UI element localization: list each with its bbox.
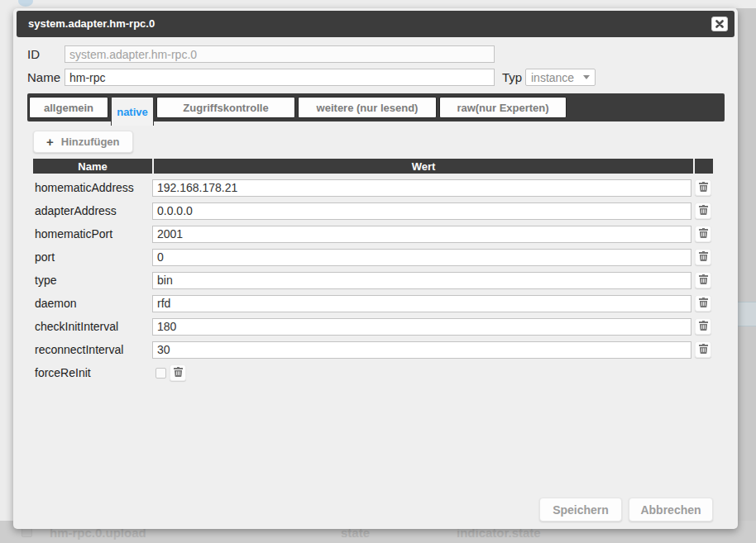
param-name: forceReInit xyxy=(33,366,152,379)
header-name: Name xyxy=(33,159,152,174)
table-row: type xyxy=(33,269,713,292)
dialog-title: system.adapter.hm-rpc.0 xyxy=(17,11,734,37)
param-input-homematicPort[interactable] xyxy=(152,226,691,243)
trash-icon xyxy=(699,228,708,241)
param-table-body: homematicAddressadapterAddresshomematicP… xyxy=(33,176,713,384)
tab-bar: allgemeinnativeZugriffskontrolleweitere … xyxy=(27,93,725,121)
add-row-label: Hinzufügen xyxy=(61,136,120,148)
object-edit-dialog: system.adapter.hm-rpc.0 ID Name Typ inst… xyxy=(13,8,738,529)
trash-icon xyxy=(699,182,708,194)
background-icon-fragment xyxy=(18,0,33,7)
delete-row-button[interactable] xyxy=(695,295,711,312)
background-selected-row xyxy=(736,302,756,326)
trash-icon xyxy=(699,298,708,310)
tab-raw-nur-experten[interactable]: raw(nur Experten) xyxy=(439,97,567,118)
table-row: homematicPort xyxy=(33,222,713,245)
delete-row-button[interactable] xyxy=(695,272,711,288)
trash-icon xyxy=(699,205,708,217)
table-row: forceReInit xyxy=(33,361,713,384)
param-input-type[interactable] xyxy=(152,272,691,289)
background-table-strip xyxy=(736,8,756,543)
table-row: daemon xyxy=(33,292,713,315)
param-name: daemon xyxy=(33,297,152,310)
delete-row-button[interactable] xyxy=(695,226,711,242)
tab-weitere-nur-lesend[interactable]: weitere (nur lesend) xyxy=(298,97,437,118)
title-bar: system.adapter.hm-rpc.0 xyxy=(17,11,734,37)
param-name: adapterAddress xyxy=(33,204,152,217)
table-row: homematicAddress xyxy=(33,176,713,199)
close-button[interactable] xyxy=(711,17,728,31)
param-input-daemon[interactable] xyxy=(152,295,691,312)
name-input[interactable] xyxy=(65,69,495,86)
param-name: homematicAddress xyxy=(33,181,152,194)
id-input[interactable] xyxy=(65,45,495,63)
save-button[interactable]: Speichern xyxy=(539,498,622,522)
trash-icon xyxy=(174,367,183,379)
delete-row-button[interactable] xyxy=(695,249,711,265)
table-row: checkInitInterval xyxy=(33,315,713,338)
add-row-button[interactable]: + Hinzufügen xyxy=(33,131,133,153)
cancel-button[interactable]: Abbrechen xyxy=(629,498,713,522)
tab-native[interactable]: native xyxy=(111,97,154,126)
param-table-header: Name Wert xyxy=(33,159,713,174)
close-icon xyxy=(715,18,724,31)
delete-row-button[interactable] xyxy=(695,202,711,219)
name-label: Name xyxy=(27,70,60,84)
param-name: port xyxy=(33,250,152,264)
delete-row-button[interactable] xyxy=(170,364,186,381)
trash-icon xyxy=(699,251,708,264)
delete-row-button[interactable] xyxy=(695,179,711,196)
param-table: Name Wert homematicAddressadapterAddress… xyxy=(33,159,713,384)
header-delete-column xyxy=(695,159,713,174)
param-name: homematicPort xyxy=(33,227,152,241)
param-input-reconnectInterval[interactable] xyxy=(152,341,691,359)
tab-zugriffskontrolle[interactable]: Zugriffskontrolle xyxy=(156,97,295,118)
typ-select-value: instance xyxy=(531,71,574,84)
param-input-checkInitInterval[interactable] xyxy=(152,318,691,336)
param-input-adapterAddress[interactable] xyxy=(152,202,691,220)
header-wert: Wert xyxy=(154,159,693,174)
param-name: checkInitInterval xyxy=(33,320,152,333)
param-input-port[interactable] xyxy=(152,249,691,266)
typ-label: Typ xyxy=(502,70,522,84)
plus-icon: + xyxy=(46,135,54,149)
delete-row-button[interactable] xyxy=(695,341,711,358)
table-row: adapterAddress xyxy=(33,199,713,222)
delete-row-button[interactable] xyxy=(695,318,711,335)
trash-icon xyxy=(699,321,708,333)
trash-icon xyxy=(699,274,708,287)
param-input-homematicAddress[interactable] xyxy=(152,179,691,197)
table-row: reconnectInterval xyxy=(33,338,713,361)
typ-select[interactable]: instance xyxy=(525,69,596,86)
id-label: ID xyxy=(27,47,40,61)
table-row: port xyxy=(33,245,713,269)
trash-icon xyxy=(699,344,708,356)
chevron-down-icon xyxy=(583,75,590,79)
param-name: type xyxy=(33,274,152,287)
tab-allgemein[interactable]: allgemein xyxy=(29,97,108,118)
param-name: reconnectInterval xyxy=(33,343,152,356)
param-checkbox-forceReInit[interactable] xyxy=(156,368,166,379)
